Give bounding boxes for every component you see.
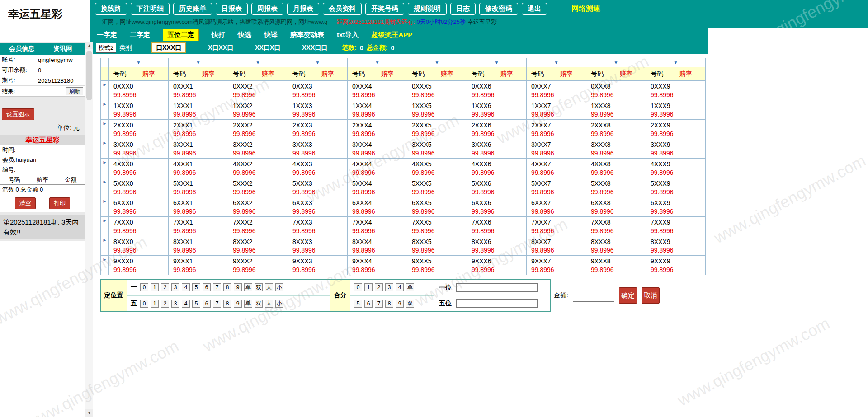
column-filter-dropdown[interactable]: ▼ [527, 58, 586, 67]
pos-5-input[interactable] [456, 299, 538, 308]
bet-cell[interactable]: 9XXX199.8996 [169, 256, 228, 275]
bet-cell[interactable]: 2XXX199.8996 [169, 120, 228, 139]
even-button[interactable]: 双 [255, 283, 263, 291]
bet-cell[interactable]: 7XXX999.8996 [646, 217, 706, 236]
nav-button[interactable]: 日志 [450, 3, 476, 15]
clear-button[interactable]: 清空 [15, 197, 36, 209]
nav-button[interactable]: 修改密码 [479, 3, 518, 15]
digit-button[interactable]: 2 [161, 300, 169, 308]
nav-button[interactable]: 下注明细 [131, 3, 170, 15]
bet-cell[interactable]: 6XXX499.8996 [348, 197, 407, 217]
bet-cell[interactable]: 2XXX399.8996 [288, 120, 348, 139]
nav-button[interactable]: 周报表 [251, 3, 283, 15]
digit-button[interactable]: 2 [375, 283, 383, 291]
digit-button[interactable]: 5 [354, 300, 362, 308]
digit-button[interactable]: 2 [161, 283, 169, 291]
bet-cell[interactable]: 1XXX599.8996 [407, 100, 467, 120]
bet-cell[interactable]: 8XXX899.8996 [586, 236, 646, 256]
bet-cell[interactable]: 8XXX499.8996 [348, 236, 407, 256]
digit-button[interactable]: 6 [364, 300, 373, 308]
digit-button[interactable]: 0 [140, 300, 148, 308]
odd-button[interactable]: 单 [406, 283, 414, 291]
scroll-up-icon[interactable]: ▲ [85, 42, 93, 49]
big-button[interactable]: 大 [265, 283, 273, 291]
bet-cell[interactable]: 0XXX299.8996 [228, 81, 288, 100]
digit-button[interactable]: 4 [396, 283, 404, 291]
bet-cell[interactable]: 9XXX099.8996 [109, 256, 169, 275]
digit-button[interactable]: 6 [203, 300, 211, 308]
column-filter-dropdown[interactable]: ▼ [109, 58, 169, 67]
bet-cell[interactable]: 5XXX999.8996 [646, 178, 706, 197]
bet-cell[interactable]: 9XXX299.8996 [228, 256, 288, 275]
digit-button[interactable]: 9 [234, 300, 242, 308]
pattern-tab[interactable]: 口XXX口 [151, 42, 186, 53]
digit-button[interactable]: 8 [223, 283, 231, 291]
bet-cell[interactable]: 3XXX399.8996 [288, 139, 348, 159]
bet-cell[interactable]: 7XXX599.8996 [407, 217, 467, 236]
small-button[interactable]: 小 [275, 300, 283, 308]
bet-cell[interactable]: 4XXX299.8996 [228, 159, 288, 178]
sidebar-tab-news[interactable]: 资讯网 [53, 45, 72, 53]
bet-cell[interactable]: 5XXX299.8996 [228, 178, 288, 197]
bet-cell[interactable]: 0XXX099.8996 [109, 81, 169, 100]
super-app-link[interactable]: 超级奖王APP [371, 31, 412, 39]
bet-cell[interactable]: 2XXX299.8996 [228, 120, 288, 139]
bet-cell[interactable]: 5XXX099.8996 [109, 178, 169, 197]
set-image-button[interactable]: 设置图示 [2, 108, 34, 120]
bet-cell[interactable]: 3XXX499.8996 [348, 139, 407, 159]
bet-cell[interactable]: 6XXX099.8996 [109, 197, 169, 217]
bet-cell[interactable]: 7XXX199.8996 [169, 217, 228, 236]
digit-button[interactable]: 1 [151, 283, 159, 291]
digit-button[interactable]: 7 [375, 300, 383, 308]
bet-cell[interactable]: 3XXX099.8996 [109, 139, 169, 159]
bet-cell[interactable]: 3XXX699.8996 [467, 139, 527, 159]
bet-cell[interactable]: 2XXX699.8996 [467, 120, 527, 139]
odd-button[interactable]: 单 [244, 283, 252, 291]
bet-cell[interactable]: 6XXX799.8996 [527, 197, 586, 217]
pattern-tab[interactable]: XX口X口 [255, 44, 280, 52]
digit-button[interactable]: 0 [354, 283, 362, 291]
digit-button[interactable]: 6 [203, 283, 211, 291]
bet-cell[interactable]: 9XXX399.8996 [288, 256, 348, 275]
bet-cell[interactable]: 9XXX999.8996 [646, 256, 706, 275]
bet-cell[interactable]: 0XXX999.8996 [646, 81, 706, 100]
bet-cell[interactable]: 6XXX699.8996 [467, 197, 527, 217]
digit-button[interactable]: 3 [385, 283, 393, 291]
even-button[interactable]: 双 [406, 300, 414, 308]
bet-cell[interactable]: 4XXX099.8996 [109, 159, 169, 178]
bet-cell[interactable]: 6XXX199.8996 [169, 197, 228, 217]
nav-button[interactable]: 会员资料 [323, 3, 362, 15]
bet-cell[interactable]: 1XXX899.8996 [586, 100, 646, 120]
bet-cell[interactable]: 8XXX599.8996 [407, 236, 467, 256]
bet-cell[interactable]: 5XXX199.8996 [169, 178, 228, 197]
bet-cell[interactable]: 0XXX799.8996 [527, 81, 586, 100]
bet-cell[interactable]: 9XXX499.8996 [348, 256, 407, 275]
mode-chip[interactable]: 模式2 [96, 43, 116, 53]
bet-cell[interactable]: 5XXX899.8996 [586, 178, 646, 197]
bet-cell[interactable]: 2XXX599.8996 [407, 120, 467, 139]
bet-cell[interactable]: 1XXX099.8996 [109, 100, 169, 120]
nav-button[interactable]: 换线路 [95, 3, 127, 15]
bet-cell[interactable]: 1XXX799.8996 [527, 100, 586, 120]
game-tab[interactable]: 一字定 [97, 31, 117, 39]
bet-cell[interactable]: 8XXX799.8996 [527, 236, 586, 256]
bet-cell[interactable]: 6XXX599.8996 [407, 197, 467, 217]
network-speed-test-link[interactable]: 网络测速 [571, 4, 600, 14]
game-tab[interactable]: 赔率变动表 [290, 31, 324, 39]
bet-cell[interactable]: 2XXX899.8996 [586, 120, 646, 139]
pos-1-input[interactable] [456, 283, 538, 292]
bet-cell[interactable]: 8XXX699.8996 [467, 236, 527, 256]
bet-cell[interactable]: 8XXX299.8996 [228, 236, 288, 256]
digit-button[interactable]: 5 [192, 283, 200, 291]
bet-cell[interactable]: 9XXX599.8996 [407, 256, 467, 275]
digit-button[interactable]: 5 [192, 300, 200, 308]
cancel-button[interactable]: 取消 [642, 287, 660, 304]
bet-cell[interactable]: 1XXX999.8996 [646, 100, 706, 120]
bet-cell[interactable]: 3XXX899.8996 [586, 139, 646, 159]
bet-cell[interactable]: 5XXX599.8996 [407, 178, 467, 197]
bet-cell[interactable]: 7XXX899.8996 [586, 217, 646, 236]
print-button[interactable]: 打印 [49, 197, 70, 209]
scroll-down-icon[interactable]: ▼ [85, 409, 93, 417]
bet-cell[interactable]: 6XXX899.8996 [586, 197, 646, 217]
bet-cell[interactable]: 2XXX999.8996 [646, 120, 706, 139]
